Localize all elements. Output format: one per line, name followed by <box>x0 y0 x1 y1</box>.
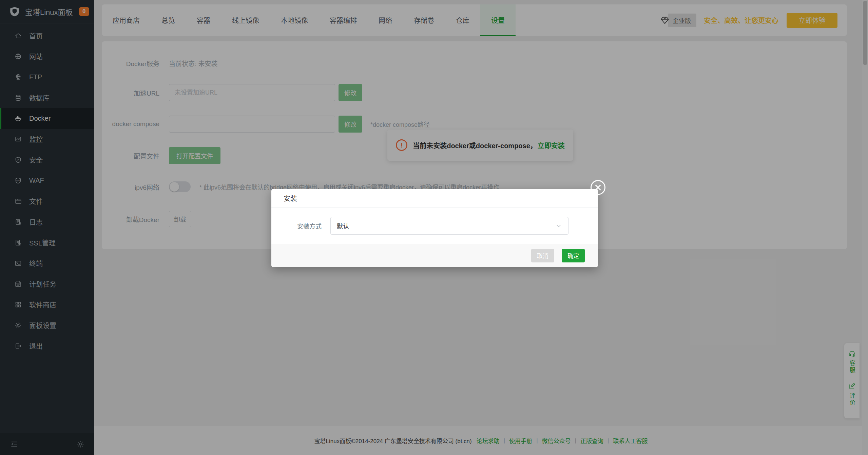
confirm-button[interactable]: 确定 <box>562 249 585 262</box>
install-method-label: 安装方式 <box>297 221 324 230</box>
install-modal: 安装 安装方式 默认 取消 确定 <box>271 189 598 267</box>
cancel-button[interactable]: 取消 <box>531 249 554 262</box>
install-method-value: 默认 <box>337 221 349 230</box>
modal-title: 安装 <box>271 189 598 208</box>
chevron-down-icon <box>555 222 562 229</box>
close-icon[interactable] <box>591 180 605 195</box>
app-root: 宝塔Linux面板 0 首页网站FTP数据库Docker监控安全WAFWAF文件… <box>0 0 868 455</box>
modal-footer: 取消 确定 <box>271 244 598 267</box>
modal-body: 安装方式 默认 <box>271 208 598 244</box>
install-method-select[interactable]: 默认 <box>330 217 568 235</box>
